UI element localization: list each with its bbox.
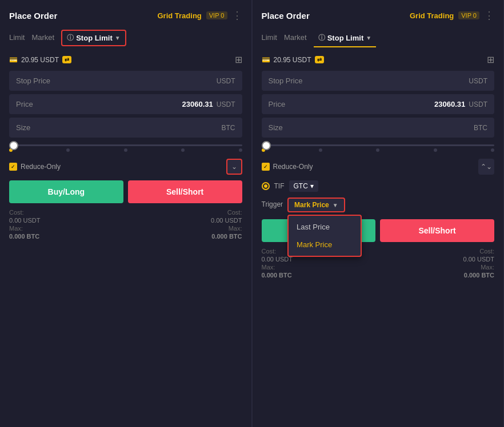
right-reduce-only-checkbox[interactable]: ✓	[262, 163, 270, 171]
right-panel: Place Order Grid Trading VIP 0 ⋮ Limit M…	[253, 0, 505, 427]
right-expand-button[interactable]: ⌃⌄	[478, 159, 494, 175]
right-trigger-label: Trigger	[262, 198, 283, 208]
left-sell-button[interactable]: Sell/Short	[128, 180, 242, 203]
left-vip-badge: VIP 0	[206, 11, 227, 19]
right-tab-stop-limit[interactable]: ⓘ Stop Limit ▼	[314, 30, 376, 46]
left-max-buy-label: Max:	[9, 225, 40, 232]
left-tabs: Limit Market ⓘ Stop Limit ▼	[9, 30, 242, 46]
left-panel: Place Order Grid Trading VIP 0 ⋮ Limit M…	[0, 0, 252, 427]
left-checkbox-check-icon: ✓	[11, 164, 15, 170]
left-size-input[interactable]: Size BTC	[9, 118, 242, 138]
left-price-currency: USDT	[217, 100, 235, 108]
right-balance-row: 💳 20.95 USDT ⇄ ⊞	[262, 54, 495, 65]
right-slider-thumb[interactable]	[262, 141, 271, 150]
right-slider-dot-50	[376, 148, 379, 152]
right-reduce-only[interactable]: ✓ Reduce-Only	[262, 163, 313, 171]
right-max-buy-value: 0.000 BTC	[262, 272, 293, 279]
right-stop-limit-info-icon: ⓘ	[318, 33, 325, 43]
right-price-label: Price	[269, 100, 286, 108]
left-slider-thumb[interactable]	[9, 141, 18, 150]
left-price-input[interactable]: Price 23060.31 USDT	[9, 94, 242, 114]
left-reduce-only[interactable]: ✓ Reduce-Only	[9, 163, 61, 171]
right-price-value: 23060.31	[434, 100, 465, 108]
left-stop-limit-info-icon: ⓘ	[67, 33, 74, 43]
right-balance-left: 💳 20.95 USDT ⇄	[262, 56, 324, 64]
left-price-right: 23060.31 USDT	[182, 100, 235, 108]
left-stop-price-label: Stop Price	[16, 76, 50, 85]
left-slider-dot-100	[239, 148, 242, 152]
left-tab-stop-limit[interactable]: ⓘ Stop Limit ▼	[61, 30, 126, 46]
right-credit-card-icon: 💳	[262, 56, 270, 64]
right-dropdown-last-price[interactable]: Last Price	[289, 218, 361, 236]
right-reduce-only-label: Reduce-Only	[273, 163, 313, 171]
right-max-buy-label: Max:	[262, 264, 293, 271]
right-gtc-select[interactable]: GTC ▾	[289, 180, 318, 192]
left-size-right: BTC	[222, 124, 235, 132]
left-slider-track	[9, 144, 242, 146]
right-checkbox-check-icon: ✓	[263, 164, 268, 170]
left-tab-market[interactable]: Market	[31, 30, 61, 46]
left-stop-price-currency: USDT	[217, 77, 235, 85]
right-stop-price-label: Stop Price	[269, 76, 303, 85]
right-slider-dot-75	[434, 148, 437, 152]
right-trigger-select[interactable]: Mark Price ▼	[287, 198, 345, 212]
left-price-value: 23060.31	[182, 100, 213, 108]
right-cost-sell-value: 0.00 USDT	[463, 256, 494, 263]
right-grid-trading[interactable]: Grid Trading	[410, 11, 454, 20]
right-size-input[interactable]: Size BTC	[262, 118, 495, 138]
left-size-currency: BTC	[222, 124, 235, 132]
left-header-right: Grid Trading VIP 0 ⋮	[157, 9, 242, 22]
right-calc-icon[interactable]: ⊞	[487, 54, 494, 65]
left-grid-trading[interactable]: Grid Trading	[157, 11, 201, 20]
right-balance-amount: 20.95 USDT	[274, 56, 311, 64]
right-slider-dots	[262, 148, 495, 152]
right-tab-limit[interactable]: Limit	[262, 30, 284, 46]
left-cost-buy-label: Cost:	[9, 209, 40, 216]
right-slider-dot-100	[491, 148, 494, 152]
right-trigger-value: Mark Price	[294, 201, 329, 209]
right-more-icon[interactable]: ⋮	[484, 9, 494, 22]
left-stop-limit-chevron-icon: ▼	[115, 35, 121, 41]
left-reduce-only-checkbox[interactable]: ✓	[9, 163, 17, 171]
left-expand-button[interactable]: ⌄	[226, 159, 242, 175]
right-price-input[interactable]: Price 23060.31 USDT	[262, 94, 495, 114]
left-slider-dot-25	[66, 148, 70, 152]
right-sell-button[interactable]: Sell/Short	[380, 219, 494, 242]
right-size-label: Size	[269, 123, 283, 132]
left-stop-price-input[interactable]: Stop Price USDT	[9, 71, 242, 91]
right-stop-price-right: USDT	[469, 77, 487, 85]
left-buy-button[interactable]: Buy/Long	[9, 180, 123, 203]
left-slider-dots	[9, 148, 242, 152]
right-trigger-row: Trigger Mark Price ▼ Last Price Mark Pri…	[262, 198, 495, 212]
right-tab-market[interactable]: Market	[284, 30, 314, 46]
left-more-icon[interactable]: ⋮	[232, 9, 242, 22]
right-transfer-icon[interactable]: ⇄	[315, 56, 324, 63]
left-slider[interactable]	[9, 144, 242, 152]
left-max-sell-label: Max:	[211, 225, 242, 232]
right-gtc-chevron-icon: ▾	[310, 182, 314, 190]
right-price-currency: USDT	[469, 100, 487, 108]
right-trigger-chevron-icon: ▼	[333, 202, 338, 208]
right-tif-radio-inner	[264, 184, 267, 188]
left-chevron-down-icon: ⌄	[231, 163, 237, 171]
right-tif-label: TIF	[274, 182, 285, 190]
left-cost-row: Cost: 0.00 USDT Max: 0.000 BTC Cost: 0.0…	[9, 209, 242, 240]
right-panel-title: Place Order	[262, 11, 310, 21]
right-cost-sell-label: Cost:	[463, 248, 494, 255]
left-cost-buy: Cost: 0.00 USDT Max: 0.000 BTC	[9, 209, 40, 240]
right-dropdown-mark-price[interactable]: Mark Price	[289, 236, 361, 253]
right-tif-radio[interactable]	[262, 182, 270, 190]
left-transfer-icon[interactable]: ⇄	[62, 56, 71, 63]
left-cost-sell: Cost: 0.00 USDT Max: 0.000 BTC	[211, 209, 242, 240]
right-panel-header: Place Order Grid Trading VIP 0 ⋮	[262, 9, 495, 22]
right-slider-track	[262, 144, 495, 146]
right-tif-row: TIF GTC ▾	[262, 180, 495, 192]
right-cost-buy-value: 0.00 USDT	[262, 256, 293, 263]
right-slider[interactable]	[262, 144, 495, 152]
left-max-buy-value: 0.000 BTC	[9, 233, 40, 240]
left-action-buttons: Buy/Long Sell/Short	[9, 180, 242, 203]
left-calc-icon[interactable]: ⊞	[235, 54, 242, 65]
left-tab-limit[interactable]: Limit	[9, 30, 31, 46]
left-cost-sell-value: 0.00 USDT	[211, 217, 242, 224]
right-stop-price-input[interactable]: Stop Price USDT	[262, 71, 495, 91]
